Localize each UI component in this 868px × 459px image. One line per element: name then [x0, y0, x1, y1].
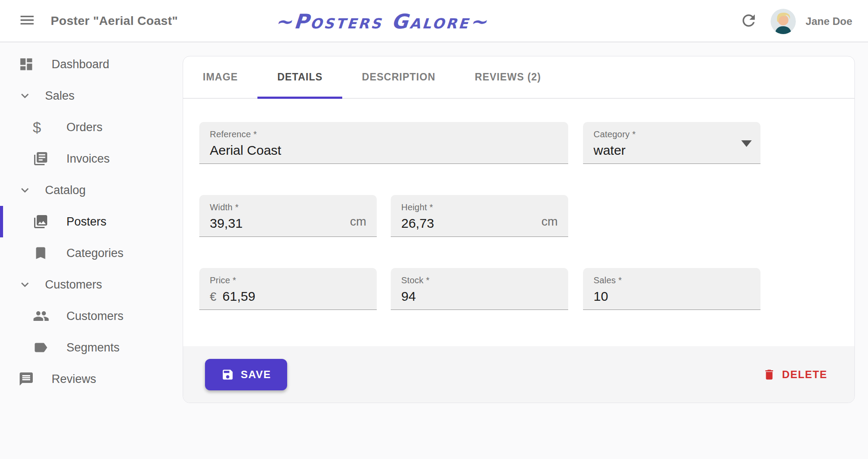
trash-icon — [763, 368, 776, 381]
sidebar-item-label: Dashboard — [52, 58, 109, 71]
dashboard-icon — [18, 56, 34, 72]
sidebar-section-label: Catalog — [45, 184, 86, 197]
width-label: Width * — [210, 202, 366, 212]
sales-value: 10 — [594, 289, 750, 304]
sidebar-item-dashboard[interactable]: Dashboard — [0, 49, 183, 80]
chevron-down-icon — [17, 277, 32, 292]
tab-image[interactable]: IMAGE — [183, 56, 257, 98]
label-icon — [33, 340, 49, 355]
stock-field[interactable]: Stock * 94 — [391, 268, 568, 310]
hamburger-menu-button[interactable] — [17, 10, 38, 31]
tab-details[interactable]: DETAILS — [257, 56, 342, 98]
sidebar-item-customers[interactable]: Customers — [0, 300, 183, 332]
height-label: Height * — [401, 202, 558, 212]
page-title: Poster "Aerial Coast" — [51, 14, 178, 28]
photo-library-icon — [33, 214, 49, 230]
sales-label: Sales * — [594, 275, 750, 285]
sidebar-item-label: Categories — [66, 247, 124, 260]
sidebar-section-label: Customers — [45, 278, 102, 292]
sidebar-section-customers[interactable]: Customers — [0, 269, 183, 300]
tab-reviews[interactable]: REVIEWS (2) — [455, 56, 561, 98]
delete-button[interactable]: DELETE — [763, 368, 827, 381]
sidebar-item-posters[interactable]: Posters — [0, 206, 183, 237]
sidebar-section-label: Sales — [45, 89, 75, 103]
stock-label: Stock * — [401, 275, 558, 285]
category-value: water — [594, 143, 750, 158]
sidebar-item-label: Posters — [66, 215, 107, 229]
dropdown-arrow-icon — [741, 140, 752, 147]
sidebar-item-categories[interactable]: Categories — [0, 237, 183, 269]
chevron-down-icon — [17, 88, 32, 103]
sidebar-item-reviews[interactable]: Reviews — [0, 363, 183, 395]
sidebar-section-sales[interactable]: Sales — [0, 80, 183, 111]
price-value: €61,59 — [210, 289, 366, 304]
sidebar-section-catalog[interactable]: Catalog — [0, 174, 183, 206]
currency-euro-symbol: € — [210, 290, 216, 304]
width-field[interactable]: Width * 39,31 cm — [199, 195, 377, 237]
sidebar-item-segments[interactable]: Segments — [0, 332, 183, 363]
bookmark-icon — [33, 245, 49, 261]
tab-bar: IMAGE DETAILS DESCRIPTION REVIEWS (2) — [183, 56, 854, 99]
library-books-icon — [33, 151, 49, 167]
chevron-down-icon — [17, 183, 32, 198]
sidebar-item-label: Segments — [66, 341, 120, 355]
refresh-button[interactable] — [736, 9, 761, 34]
price-field[interactable]: Price * €61,59 — [199, 268, 377, 310]
height-field[interactable]: Height * 26,73 cm — [391, 195, 568, 237]
hamburger-icon — [18, 11, 36, 30]
stock-value: 94 — [401, 289, 558, 304]
dollar-icon: $ — [33, 119, 41, 136]
width-unit: cm — [350, 215, 366, 229]
sidebar-item-label: Customers — [66, 309, 124, 323]
sales-field[interactable]: Sales * 10 — [583, 268, 760, 310]
refresh-icon — [740, 11, 758, 31]
posters-galore-logo: ~Posters Galore~ — [274, 0, 490, 42]
people-icon — [33, 308, 49, 324]
save-button[interactable]: SAVE — [205, 359, 287, 390]
reference-label: Reference * — [210, 129, 558, 139]
height-unit: cm — [542, 215, 558, 229]
form-toolbar: SAVE DELETE — [183, 346, 854, 403]
height-value: 26,73 — [401, 216, 558, 231]
price-label: Price * — [210, 275, 366, 285]
reference-value: Aerial Coast — [210, 143, 558, 158]
poster-edit-card: IMAGE DETAILS DESCRIPTION REVIEWS (2) Re… — [183, 56, 855, 403]
sidebar-item-label: Orders — [66, 121, 103, 134]
user-avatar[interactable] — [771, 9, 796, 34]
category-label: Category * — [594, 129, 750, 139]
reference-field[interactable]: Reference * Aerial Coast — [199, 122, 568, 164]
category-select[interactable]: Category * water — [583, 122, 760, 164]
delete-button-label: DELETE — [782, 369, 827, 381]
tab-description[interactable]: DESCRIPTION — [342, 56, 455, 98]
comment-icon — [18, 371, 34, 387]
app-bar: Poster "Aerial Coast" ~Posters Galore~ J… — [0, 0, 868, 42]
details-form: Reference * Aerial Coast Category * wate… — [183, 100, 854, 346]
sidebar-item-label: Reviews — [52, 372, 96, 386]
sidebar-item-label: Invoices — [66, 152, 110, 166]
width-value: 39,31 — [210, 216, 366, 231]
save-icon — [221, 368, 234, 381]
save-button-label: SAVE — [241, 369, 271, 381]
sidebar-item-orders[interactable]: $ Orders — [0, 111, 183, 143]
sidebar-item-invoices[interactable]: Invoices — [0, 143, 183, 174]
user-name: Jane Doe — [806, 15, 852, 28]
price-amount: 61,59 — [222, 289, 255, 304]
sidebar: Dashboard Sales $ Orders Invoices Catalo… — [0, 42, 183, 459]
